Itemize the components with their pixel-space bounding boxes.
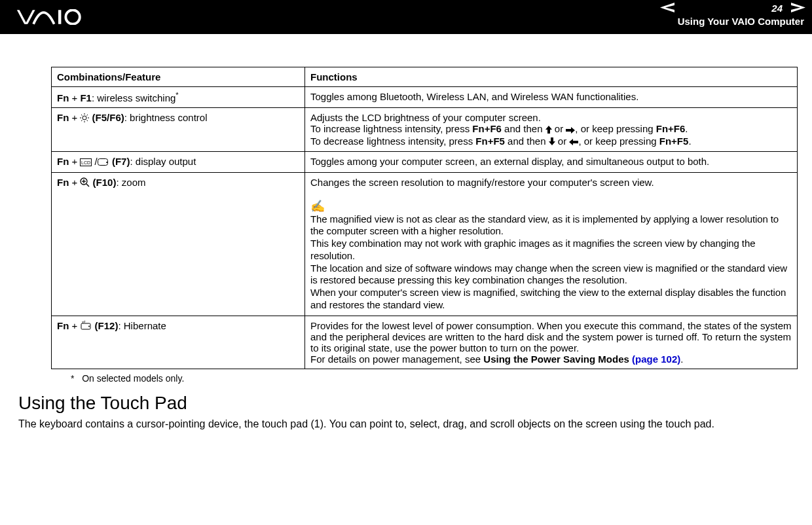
page-number: 24 xyxy=(771,3,783,14)
page-link[interactable]: (page 102) xyxy=(632,353,680,365)
text: . xyxy=(680,353,683,365)
svg-text:z: z xyxy=(84,321,86,323)
func-cell: Toggles among Bluetooth, Wireless LAN, a… xyxy=(305,87,798,108)
arrow-up-icon xyxy=(545,124,552,136)
text: , or keep pressing xyxy=(575,123,655,134)
arrow-left-icon xyxy=(569,136,578,147)
text: , or keep pressing xyxy=(578,136,659,147)
text: The location and size of software window… xyxy=(310,262,787,286)
text: (F5/F6) xyxy=(92,112,124,123)
text: + xyxy=(69,177,80,188)
text: (F7) xyxy=(112,156,130,167)
text: : zoom xyxy=(116,177,145,188)
text: Fn+F5 xyxy=(475,136,505,147)
text: Provides for the lowest level of power c… xyxy=(310,320,792,353)
section-heading: Using the Touch Pad xyxy=(18,393,792,414)
svg-line-18 xyxy=(86,184,89,187)
footnote-mark: * xyxy=(71,373,74,384)
lcd-icon: LCD xyxy=(80,157,92,168)
svg-rect-0 xyxy=(58,10,61,24)
text: : Hibernate xyxy=(118,320,166,331)
table-header-combinations: Combinations/Feature xyxy=(52,67,305,87)
svg-line-10 xyxy=(87,115,88,116)
text: + xyxy=(69,156,80,167)
arrow-right-icon xyxy=(566,124,575,136)
text: Changes the screen resolution to magnify… xyxy=(310,177,654,188)
svg-line-8 xyxy=(87,120,88,121)
text: Using the Power Saving Modes xyxy=(483,353,632,365)
text: Fn+F5 xyxy=(659,136,689,147)
page-content: Combinations/Feature Functions Fn + F1: … xyxy=(0,34,812,444)
text: + xyxy=(69,92,80,103)
nav-next-icon[interactable] xyxy=(791,3,805,15)
fn-keys-table: Combinations/Feature Functions Fn + F1: … xyxy=(51,67,798,369)
svg-point-20 xyxy=(88,326,90,327)
table-row: Fn + LCD / (F7): display output Toggles … xyxy=(52,152,798,173)
text: or xyxy=(552,123,566,134)
text: (F12) xyxy=(95,320,119,331)
func-cell: Provides for the lowest level of power c… xyxy=(305,316,798,369)
combo-cell: Fn + LCD / (F7): display output xyxy=(52,152,305,173)
asterisk: * xyxy=(175,91,178,99)
text: + xyxy=(69,320,80,331)
handwriting-note-icon: ✍ xyxy=(310,200,325,213)
footnote-text: On selected models only. xyxy=(82,373,184,384)
text: and then xyxy=(502,123,545,134)
text: F1 xyxy=(80,92,92,103)
text: To decrease lightness intensity, press xyxy=(310,136,475,147)
combo-cell: Fn + (F10): zoom xyxy=(52,172,305,316)
arrow-down-icon xyxy=(549,136,555,147)
text: or xyxy=(555,136,570,147)
text: . xyxy=(688,136,691,147)
text: Fn xyxy=(57,156,69,167)
page-header: 24 Using Your VAIO Computer xyxy=(0,0,812,34)
svg-point-14 xyxy=(106,162,107,163)
text: This key combination may not work with g… xyxy=(310,238,755,261)
svg-text:LCD: LCD xyxy=(81,160,90,165)
hibernate-icon: zz xyxy=(80,321,92,332)
footnote: * On selected models only. xyxy=(71,373,792,384)
svg-point-2 xyxy=(83,116,86,120)
table-header-row: Combinations/Feature Functions xyxy=(52,67,798,87)
text: Fn xyxy=(57,177,69,188)
svg-line-7 xyxy=(81,115,83,116)
text: (F10) xyxy=(93,177,117,188)
text: : wireless switching xyxy=(92,92,175,103)
combo-cell: Fn + zz (F12): Hibernate xyxy=(52,316,305,369)
text: Adjusts the LCD brightness of your compu… xyxy=(310,112,541,123)
text: Fn xyxy=(57,92,69,103)
svg-point-1 xyxy=(65,10,79,24)
zoom-icon xyxy=(80,177,90,189)
text: Fn+F6 xyxy=(472,123,502,134)
text: For details on power management, see xyxy=(310,353,483,365)
text: Fn+F6 xyxy=(656,123,686,134)
text: The magnified view is not as clear as th… xyxy=(310,213,779,237)
brightness-icon xyxy=(80,113,89,124)
text: To increase lightness intensity, press xyxy=(310,123,472,134)
table-row: Fn + zz (F12): Hibernate Provides for th… xyxy=(52,316,798,369)
vaio-logo xyxy=(16,9,101,25)
table-row: Fn + F1: wireless switching* Toggles amo… xyxy=(52,87,798,108)
text: : brightness control xyxy=(124,112,208,123)
svg-line-9 xyxy=(81,120,83,121)
text: Fn xyxy=(57,320,69,331)
combo-cell: Fn + F1: wireless switching* xyxy=(52,87,305,108)
table-row: Fn + (F10): zoom Changes the screen reso… xyxy=(52,172,798,316)
text: . xyxy=(685,123,688,134)
func-cell: Toggles among your computer screen, an e… xyxy=(305,152,798,173)
combo-cell: Fn + (F5/F6): brightness control xyxy=(52,108,305,152)
text: : display output xyxy=(130,156,196,167)
func-cell: Changes the screen resolution to magnify… xyxy=(305,172,798,316)
external-display-icon xyxy=(98,157,109,168)
text: + xyxy=(69,112,80,123)
table-row: Fn + (F5/F6): brightness control Adjusts… xyxy=(52,108,798,152)
body-paragraph: The keyboard contains a cursor-pointing … xyxy=(18,418,792,431)
text: Fn xyxy=(57,112,69,123)
text: When your computer's screen view is magn… xyxy=(310,287,786,310)
nav-prev-icon[interactable] xyxy=(660,3,674,15)
text: and then xyxy=(505,136,549,147)
func-cell: Adjusts the LCD brightness of your compu… xyxy=(305,108,798,152)
table-header-functions: Functions xyxy=(305,67,798,87)
header-section-title: Using Your VAIO Computer xyxy=(678,16,804,27)
